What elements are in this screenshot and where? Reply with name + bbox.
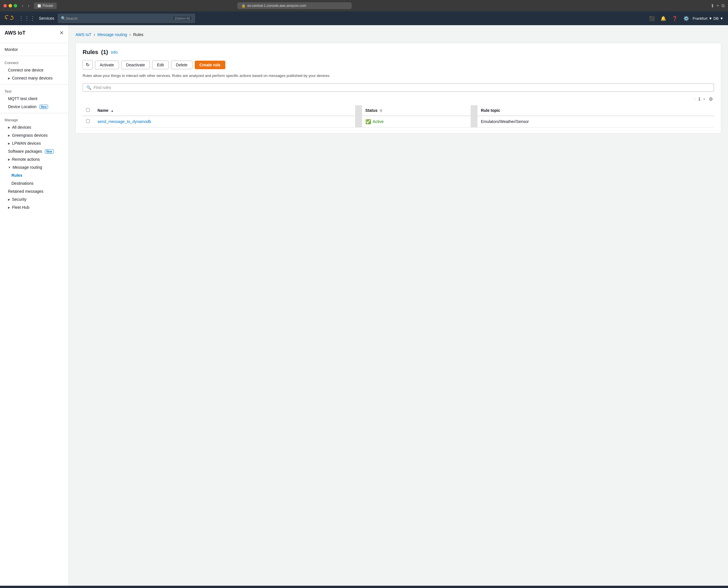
remote-actions-arrow-icon: ▶ — [8, 158, 10, 161]
name-sort-icon: ▲ — [111, 109, 114, 112]
table-col-status[interactable]: Status ▽ — [362, 105, 471, 116]
table-col-name[interactable]: Name ▲ — [94, 105, 355, 116]
info-link[interactable]: Info — [111, 50, 117, 55]
sidebar-item-retained-messages-label: Retained messages — [8, 189, 43, 194]
sidebar-section-manage: Manage — [0, 115, 68, 123]
nav-user-arrow: ▼ — [720, 16, 723, 21]
refresh-button[interactable]: ↻ — [83, 60, 93, 69]
search-input[interactable] — [93, 85, 710, 90]
sidebar-item-message-routing[interactable]: ▼ Message routing — [0, 163, 68, 171]
table-col-divider-1 — [355, 105, 362, 116]
nav-grid-button[interactable]: ⋮⋮⋮ — [18, 15, 36, 22]
sidebar-item-retained-messages[interactable]: Retained messages — [0, 187, 68, 195]
deactivate-button[interactable]: Deactivate — [121, 61, 150, 69]
message-routing-arrow-icon: ▼ — [8, 166, 11, 169]
sidebar-item-mqtt-test[interactable]: MQTT test client — [0, 94, 68, 103]
nav-settings-button[interactable]: ⚙️ — [681, 15, 691, 22]
nav-help-button[interactable]: ❓ — [670, 15, 680, 22]
sidebar-item-rules-label: Rules — [12, 173, 22, 177]
sidebar-item-fleet-hub[interactable]: ▶ Fleet Hub — [0, 203, 68, 211]
sidebar-item-message-routing-label: Message routing — [13, 165, 42, 170]
row-checkbox[interactable] — [86, 119, 90, 123]
rule-name-link[interactable]: send_message_to_dynamodb — [98, 119, 151, 124]
sidebar-close-button[interactable]: ✕ — [60, 30, 64, 36]
edit-button[interactable]: Edit — [152, 61, 169, 69]
browser-nav: ‹ › — [20, 3, 31, 9]
sidebar-item-connect-many-devices-label: Connect many devices — [12, 76, 52, 80]
sidebar-item-all-devices[interactable]: ▶ All devices — [0, 123, 68, 131]
new-tab-button[interactable]: + — [716, 3, 719, 8]
select-all-checkbox[interactable] — [86, 108, 90, 112]
search-bar[interactable]: 🔍 — [83, 83, 714, 92]
sidebar-item-greengrass-label: Greengrass devices — [12, 133, 48, 138]
breadcrumb-rules: Rules — [133, 32, 144, 37]
nav-region-label: Frankfurt — [692, 16, 707, 21]
table-row: send_message_to_dynamodb ✅ Active Emulat… — [83, 116, 714, 128]
sidebar-item-destinations[interactable]: Destinations — [0, 179, 68, 187]
sidebar-item-rules[interactable]: Rules — [0, 171, 68, 179]
sidebar-item-remote-actions[interactable]: ▶ Remote actions — [0, 155, 68, 163]
panel-header: Rules (1) Info — [83, 49, 714, 56]
nav-bell-button[interactable]: 🔔 — [658, 15, 668, 22]
sidebar-item-mqtt-label: MQTT test client — [8, 97, 37, 101]
sidebar-item-fleet-hub-label: Fleet Hub — [12, 205, 29, 210]
sidebar-item-remote-actions-label: Remote actions — [12, 157, 40, 162]
nav-services-button[interactable]: Services — [39, 16, 54, 21]
pagination: ‹ 1 › ⚙ — [83, 95, 714, 103]
sidebar-item-connect-many-devices[interactable]: ▶ Connect many devices — [0, 74, 68, 82]
row-name-cell: send_message_to_dynamodb — [94, 116, 355, 128]
device-location-new-badge: New — [40, 105, 48, 109]
aws-top-nav: ⋮⋮⋮ Services 🔍 [Option+S] ⬛ 🔔 ❓ ⚙️ Frank… — [0, 12, 728, 25]
table-settings-button[interactable]: ⚙ — [708, 95, 714, 103]
activate-button[interactable]: Activate — [95, 61, 119, 69]
sidebar-item-connect-one-device[interactable]: Connect one device — [0, 66, 68, 74]
nav-search-input[interactable] — [66, 16, 173, 21]
sidebar-item-device-location[interactable]: Device Location New — [0, 103, 68, 111]
sidebar-item-software-packages[interactable]: Software packages New — [0, 147, 68, 155]
nav-search-shortcut: [Option+S] — [173, 16, 192, 21]
windows-button[interactable]: ⧉ — [722, 3, 725, 8]
sidebar-item-monitor-label: Monitor — [5, 47, 18, 52]
panel-title: Rules — [83, 49, 98, 56]
nav-search-bar[interactable]: 🔍 [Option+S] — [58, 14, 195, 23]
nav-terminal-button[interactable]: ⬛ — [647, 15, 657, 22]
traffic-light-yellow[interactable] — [8, 4, 12, 7]
nav-back-button[interactable]: ‹ — [20, 3, 25, 9]
aws-logo[interactable] — [5, 15, 14, 22]
sidebar-item-connect-one-device-label: Connect one device — [8, 68, 43, 72]
breadcrumb-aws-iot[interactable]: AWS IoT — [76, 32, 91, 37]
tab-icon: ⬜ — [38, 4, 41, 7]
page-prev-button[interactable]: ‹ — [693, 95, 697, 103]
address-bar[interactable]: 🔒 eu-central-1.console.aws.amazon.com — [237, 2, 352, 9]
page-number: 1 — [698, 97, 701, 101]
delete-button[interactable]: Delete — [171, 61, 192, 69]
browser-actions: ⬆ + ⧉ — [710, 3, 725, 8]
share-button[interactable]: ⬆ — [710, 3, 714, 8]
traffic-light-red[interactable] — [3, 4, 7, 7]
nav-region-arrow: ▼ — [709, 16, 712, 21]
sidebar-item-security[interactable]: ▶ Security — [0, 195, 68, 203]
nav-region-button[interactable]: Frankfurt ▼ — [692, 15, 712, 22]
row-checkbox-cell[interactable] — [83, 116, 94, 128]
search-icon: 🔍 — [86, 85, 91, 90]
breadcrumb-message-routing[interactable]: Message routing — [98, 32, 127, 37]
page-next-button[interactable]: › — [702, 95, 706, 103]
create-rule-button[interactable]: Create rule — [195, 61, 225, 69]
table-col-rule-topic: Rule topic — [477, 105, 714, 116]
browser-tab[interactable]: ⬜ Private — [34, 3, 57, 9]
address-text: eu-central-1.console.aws.amazon.com — [247, 4, 306, 8]
sidebar-item-monitor[interactable]: Monitor — [0, 45, 68, 54]
traffic-light-green[interactable] — [14, 4, 17, 7]
nav-user-button[interactable]: DB ▼ — [713, 15, 723, 22]
sidebar-item-greengrass[interactable]: ▶ Greengrass devices — [0, 131, 68, 139]
sidebar-item-lpwan[interactable]: ▶ LPWAN devices — [0, 139, 68, 147]
status-dot-icon: ✅ — [365, 119, 371, 124]
panel-description: Rules allow your things to interact with… — [83, 73, 714, 79]
sidebar: AWS IoT ✕ Monitor Connect Connect one de… — [0, 25, 69, 586]
row-status-cell: ✅ Active — [362, 116, 471, 128]
sidebar-header: AWS IoT ✕ — [0, 30, 68, 41]
breadcrumb-sep-2: › — [129, 32, 131, 37]
nav-forward-button[interactable]: › — [26, 3, 31, 9]
nav-search-icon: 🔍 — [61, 16, 66, 21]
table-col-select-all[interactable] — [83, 105, 94, 116]
